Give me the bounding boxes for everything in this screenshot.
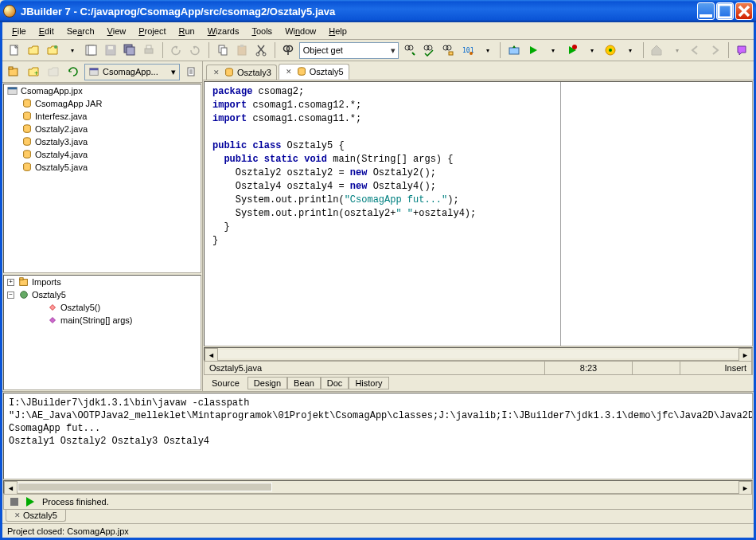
back-button[interactable] [687,41,703,59]
optimize-button[interactable] [602,41,618,59]
run-button[interactable] [525,41,542,59]
home-button[interactable] [649,41,665,59]
structure-main[interactable]: main(String[] args) [4,314,201,327]
cut-button[interactable] [252,41,269,59]
search-combo[interactable]: Object get [299,42,399,59]
run-icon[interactable] [26,497,34,507]
structure-imports[interactable]: + Imports [4,276,201,288]
new-button[interactable] [6,41,22,59]
svg-point-3 [54,45,57,49]
maximize-button[interactable] [716,2,734,20]
structure-class[interactable]: − Osztaly5 [4,288,201,301]
console-line: I:\JBuilder7\jdk1.3.1\bin\javaw -classpa… [9,397,747,409]
debug-dropdown[interactable] [583,41,599,59]
reopen-dropdown[interactable] [64,41,80,59]
home-dropdown[interactable] [668,41,684,59]
redo-button[interactable] [187,41,204,59]
console-line: CsomagApp fut... [9,422,747,435]
structure-ctor[interactable]: Osztaly5() [4,301,201,314]
tab-history[interactable]: History [349,377,388,389]
paste-button[interactable] [233,41,250,59]
tab-close-icon[interactable]: ✕ [284,68,294,76]
svg-rect-14 [238,46,246,55]
editor-tab-osztaly3[interactable]: ✕ Osztaly3 [206,65,277,80]
replace-button[interactable] [440,41,457,59]
structure-tree[interactable]: + Imports − Osztaly5 Osztaly5() main(Str… [3,275,201,390]
svg-rect-40 [8,88,17,90]
undo-button[interactable] [168,41,185,59]
save-button[interactable] [102,41,119,59]
goto-dropdown[interactable] [478,41,495,59]
console-output[interactable]: I:\JBuilder7\jdk1.3.1\bin\javaw -classpa… [3,393,753,479]
copy-button[interactable] [214,41,231,59]
stop-icon[interactable] [10,498,18,506]
find-next-button[interactable] [401,41,418,59]
tree-item-osztaly3[interactable]: Osztaly3.java [4,135,201,148]
scroll-left-icon[interactable]: ◄ [4,481,18,495]
tab-design[interactable]: Design [247,377,287,389]
scroll-right-icon[interactable]: ► [738,348,752,362]
menu-window[interactable]: Window [280,25,321,37]
scroll-left-icon[interactable]: ◄ [205,348,218,362]
reopen-button[interactable] [44,41,60,59]
expand-icon[interactable]: + [7,279,14,286]
title-bar: JBuilder 7 - C:/javaprog/CsomagApp/src/c… [0,0,756,22]
editor-tab-osztaly5[interactable]: ✕ Osztaly5 [279,64,349,80]
console-tab-close-icon[interactable]: ✕ [14,511,21,519]
refresh-button[interactable] [64,63,82,80]
forward-button[interactable] [706,41,723,59]
help-button[interactable] [734,41,750,59]
menu-file[interactable]: File [7,25,31,37]
tab-close-icon[interactable]: ✕ [212,68,221,76]
find-in-path-button[interactable] [421,41,438,59]
make-button[interactable] [505,41,522,59]
optimize-dropdown[interactable] [622,41,638,59]
run-dropdown[interactable] [544,41,561,59]
menu-bar: File Edit Search View Project Run Wizard… [2,22,754,40]
tree-item-osztaly4[interactable]: Osztaly4.java [4,148,201,161]
debug-button[interactable] [563,41,580,59]
tree-root[interactable]: CsomagApp.jpx [4,84,201,97]
tab-doc[interactable]: Doc [321,377,349,389]
new-project-button[interactable] [5,63,22,80]
open-button[interactable] [25,41,41,59]
tree-item-interfesz[interactable]: Interfesz.java [4,110,201,123]
collapse-icon[interactable]: − [7,292,14,299]
menu-tools[interactable]: Tools [247,25,277,37]
project-tree[interactable]: CsomagApp.jpx CsomagApp JAR Interfesz.ja… [3,84,201,273]
remove-file-button[interactable] [45,63,62,80]
console-hscrollbar[interactable]: ◄ ► [3,480,753,494]
editor-tabs: ✕ Osztaly3 ✕ Osztaly5 [203,61,754,80]
tree-item-osztaly2[interactable]: Osztaly2.java [4,123,201,135]
close-project-button[interactable] [83,41,99,59]
add-file-button[interactable]: + [25,63,42,80]
editor-status-pos: 8:23 [545,362,633,374]
menu-run[interactable]: Run [174,25,200,37]
menu-search[interactable]: Search [62,25,99,37]
editor-panel: ✕ Osztaly3 ✕ Osztaly5 package csomag2; i… [203,61,754,391]
save-all-button[interactable] [121,41,138,59]
code-editor[interactable]: package csomag2; import csomag1.csomag12… [204,81,753,346]
print-button[interactable] [140,41,157,59]
minimize-button[interactable] [697,2,715,20]
goto-button[interactable]: 101 [459,41,476,59]
tab-bean[interactable]: Bean [287,377,321,389]
menu-help[interactable]: Help [324,25,352,37]
find-button[interactable] [280,41,297,59]
editor-hscrollbar[interactable]: ◄ ► [204,347,753,361]
close-button[interactable] [735,2,753,20]
svg-point-32 [609,49,612,52]
scroll-thumb[interactable] [18,483,272,491]
tree-item-osztaly5[interactable]: Osztaly5.java [4,161,201,174]
menu-view[interactable]: View [103,25,131,37]
tab-source[interactable]: Source [206,378,245,389]
console-tab-osztaly5[interactable]: ✕ Osztaly5 [6,510,66,522]
editor-split-line[interactable] [560,82,561,346]
menu-edit[interactable]: Edit [34,25,59,37]
scroll-right-icon[interactable]: ► [738,481,752,495]
menu-wizards[interactable]: Wizards [203,25,244,37]
menu-project[interactable]: Project [134,25,170,37]
tree-item-jar[interactable]: CsomagApp JAR [4,97,201,110]
project-selector[interactable]: CsomagApp... [84,64,180,80]
project-props-button[interactable] [182,63,200,80]
